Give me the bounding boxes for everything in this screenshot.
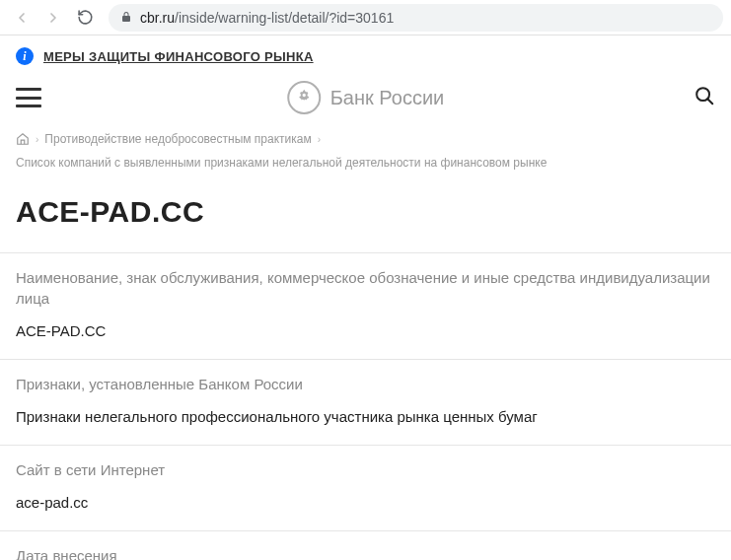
detail-label: Сайт в сети Интернет [16,459,715,480]
site-logo[interactable]: Банк России [287,81,445,114]
info-banner: i МЕРЫ ЗАЩИТЫ ФИНАНСОВОГО РЫНКА [0,35,731,77]
detail-section: Сайт в сети Интернет ace-pad.cc [0,445,731,530]
detail-label: Наименование, знак обслуживания, коммерч… [16,267,715,309]
breadcrumb: › Противодействие недобросовестным практ… [0,124,731,183]
browser-toolbar: cbr.ru/inside/warning-list/detail/?id=30… [0,0,731,35]
chevron-right-icon: › [318,132,321,147]
site-header: Банк России [0,77,731,124]
nav-reload-button[interactable] [71,4,99,32]
nav-back-button[interactable] [8,4,36,32]
detail-section: Признаки, установленные Банком России Пр… [0,359,731,445]
logo-emblem-icon [287,81,321,114]
url-text: cbr.ru/inside/warning-list/detail/?id=30… [140,10,394,26]
url-bar[interactable]: cbr.ru/inside/warning-list/detail/?id=30… [109,4,723,32]
detail-value: Признаки нелегального профессионального … [16,406,715,427]
detail-value: ACE-PAD.CC [16,320,715,341]
home-icon[interactable] [16,132,30,146]
page-title: ACE-PAD.CC [0,183,731,252]
menu-button[interactable] [16,88,41,107]
site-name: Банк России [330,87,445,109]
lock-icon [120,10,132,26]
nav-forward-button[interactable] [39,4,67,32]
detail-section: Дата внесения 09.09.2024 [0,530,731,560]
info-icon: i [16,47,34,65]
detail-label: Дата внесения [16,545,715,560]
chevron-right-icon: › [36,132,38,147]
detail-label: Признаки, установленные Банком России [16,374,715,394]
svg-line-1 [707,99,712,104]
detail-section: Наименование, знак обслуживания, коммерч… [0,252,731,359]
breadcrumb-item[interactable]: Противодействие недобросовестным практик… [44,130,311,148]
search-button[interactable] [694,85,715,110]
url-domain: cbr.ru [140,10,175,26]
detail-value: ace-pad.cc [16,492,715,513]
breadcrumb-item[interactable]: Список компаний с выявленными признаками… [16,154,547,172]
url-path: /inside/warning-list/detail/?id=30161 [175,10,394,26]
banner-link[interactable]: МЕРЫ ЗАЩИТЫ ФИНАНСОВОГО РЫНКА [43,49,314,64]
